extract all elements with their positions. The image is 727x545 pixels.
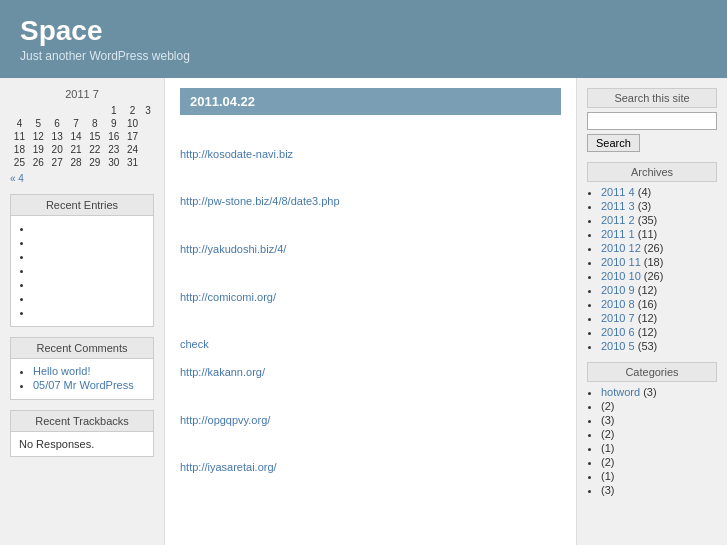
list-item xyxy=(33,278,145,290)
site-header: Space Just another WordPress weblog xyxy=(0,0,727,78)
search-label: Search this site xyxy=(587,88,717,108)
post-link-check[interactable]: check xyxy=(180,335,561,355)
list-item xyxy=(33,264,145,276)
list-item: 2010 11 (18) xyxy=(601,256,717,268)
archive-link[interactable]: 2010 7 xyxy=(601,312,635,324)
archive-link[interactable]: 2010 6 xyxy=(601,326,635,338)
list-item: (3) xyxy=(601,484,717,496)
recent-trackbacks-title: Recent Trackbacks xyxy=(11,411,153,432)
list-item xyxy=(33,222,145,234)
site-title: Space xyxy=(20,15,707,47)
category-link[interactable]: hotword xyxy=(601,386,640,398)
list-item: (1) xyxy=(601,442,717,454)
main-content: 2011.04.22 http://kosodate-navi.biz http… xyxy=(165,78,577,545)
post-body: http://kosodate-navi.biz http://pw-stone… xyxy=(180,125,561,478)
archive-link[interactable]: 2010 5 xyxy=(601,340,635,352)
archive-link[interactable]: 2011 4 xyxy=(601,186,635,198)
post-date-header: 2011.04.22 xyxy=(180,88,561,115)
search-input[interactable] xyxy=(587,112,717,130)
post-link-7[interactable]: http://iyasaretai.org/ xyxy=(180,458,561,478)
archive-link[interactable]: 2010 9 xyxy=(601,284,635,296)
archives-title: Archives xyxy=(587,162,717,182)
archive-link[interactable]: 2011 2 xyxy=(601,214,635,226)
list-item: 2011 3 (3) xyxy=(601,200,717,212)
list-item: 2011 2 (35) xyxy=(601,214,717,226)
recent-entries-widget: Recent Entries xyxy=(10,194,154,327)
list-item: 2010 7 (12) xyxy=(601,312,717,324)
post-link-3[interactable]: http://yakudoshi.biz/4/ xyxy=(180,240,561,260)
recent-trackbacks-content: No Responses. xyxy=(11,432,153,456)
list-item: 2010 10 (26) xyxy=(601,270,717,282)
archive-link[interactable]: 2010 12 xyxy=(601,242,641,254)
list-item: (2) xyxy=(601,428,717,440)
list-item xyxy=(33,306,145,318)
search-button[interactable]: Search xyxy=(587,134,640,152)
list-item: 2010 9 (12) xyxy=(601,284,717,296)
archives-widget: Archives 2011 4 (4) 2011 3 (3) 2011 2 (3… xyxy=(587,162,717,352)
post-link-2[interactable]: http://pw-stone.biz/4/8/date3.php xyxy=(180,192,561,212)
list-item xyxy=(33,236,145,248)
recent-entries-title: Recent Entries xyxy=(11,195,153,216)
list-item: 2011 1 (11) xyxy=(601,228,717,240)
calendar-title: 2011 7 xyxy=(10,88,154,100)
list-item: hotword (3) xyxy=(601,386,717,398)
list-item xyxy=(33,292,145,304)
post-link-6[interactable]: http://opgqpvy.org/ xyxy=(180,411,561,431)
archives-list: 2011 4 (4) 2011 3 (3) 2011 2 (35) 2011 1… xyxy=(587,186,717,352)
categories-title: Categories xyxy=(587,362,717,382)
list-item: 2010 6 (12) xyxy=(601,326,717,338)
list-item: (2) xyxy=(601,400,717,412)
calendar-prev-link[interactable]: « 4 xyxy=(10,173,24,184)
list-item: 2010 12 (26) xyxy=(601,242,717,254)
right-sidebar: Search this site Search Archives 2011 4 … xyxy=(577,78,727,545)
archive-link[interactable]: 2010 10 xyxy=(601,270,641,282)
list-item xyxy=(33,250,145,262)
recent-entries-content xyxy=(11,216,153,326)
calendar-widget: 2011 7 123 4567 8910 11121314 151617 xyxy=(10,88,154,184)
comment-link[interactable]: 05/07 Mr WordPress xyxy=(33,379,134,391)
left-sidebar: 2011 7 123 4567 8910 11121314 151617 xyxy=(0,78,165,545)
list-item: Hello world! xyxy=(33,365,145,377)
list-item: (2) xyxy=(601,456,717,468)
recent-comments-content: Hello world! 05/07 Mr WordPress xyxy=(11,359,153,399)
list-item: (3) xyxy=(601,414,717,426)
list-item: 2010 8 (16) xyxy=(601,298,717,310)
calendar-nav: « 4 xyxy=(10,173,154,184)
comment-link[interactable]: Hello world! xyxy=(33,365,90,377)
calendar-table: 123 4567 8910 11121314 151617 18192021 2… xyxy=(10,104,154,169)
recent-comments-title: Recent Comments xyxy=(11,338,153,359)
post-link-5[interactable]: http://kakann.org/ xyxy=(180,363,561,383)
recent-trackbacks-widget: Recent Trackbacks No Responses. xyxy=(10,410,154,457)
categories-list: hotword (3) (2) (3) (2) (1) (2) (1) (3) xyxy=(587,386,717,496)
post-link-4[interactable]: http://comicomi.org/ xyxy=(180,288,561,308)
archive-link[interactable]: 2011 1 xyxy=(601,228,635,240)
no-responses-text: No Responses. xyxy=(19,438,94,450)
archive-link[interactable]: 2010 11 xyxy=(601,256,641,268)
site-subtitle: Just another WordPress weblog xyxy=(20,49,707,63)
list-item: (1) xyxy=(601,470,717,482)
list-item: 2011 4 (4) xyxy=(601,186,717,198)
archive-link[interactable]: 2010 8 xyxy=(601,298,635,310)
search-widget: Search this site Search xyxy=(587,88,717,152)
post-link-1[interactable]: http://kosodate-navi.biz xyxy=(180,145,561,165)
archive-link[interactable]: 2011 3 xyxy=(601,200,635,212)
recent-comments-widget: Recent Comments Hello world! 05/07 Mr Wo… xyxy=(10,337,154,400)
list-item: 2010 5 (53) xyxy=(601,340,717,352)
list-item: 05/07 Mr WordPress xyxy=(33,379,145,391)
categories-widget: Categories hotword (3) (2) (3) (2) (1) (… xyxy=(587,362,717,496)
